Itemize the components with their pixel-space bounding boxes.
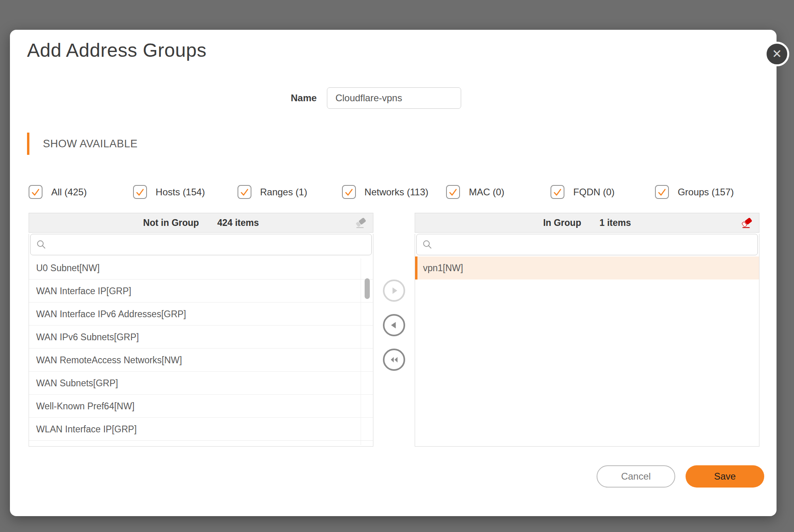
panel-title: Not in Group [143, 218, 199, 228]
filter-checkbox-item[interactable]: Hosts (154) [133, 185, 238, 199]
panel-count: 424 items [217, 218, 259, 228]
not-in-group-panel: Not in Group 424 items [29, 213, 373, 447]
filter-label: FQDN (0) [573, 186, 626, 198]
list-item[interactable]: Well-Known Pref64[NW] [29, 395, 373, 418]
cancel-button[interactable]: Cancel [597, 465, 675, 488]
close-icon[interactable]: ✕ [765, 42, 789, 66]
search-icon [422, 239, 433, 250]
filter-checkbox-item[interactable]: Ranges (1) [238, 185, 342, 199]
filter-label: Hosts (154) [156, 186, 216, 198]
filter-label: All (425) [51, 186, 98, 198]
checkbox-checked-icon[interactable] [551, 185, 564, 199]
not-in-group-header: Not in Group 424 items [29, 213, 373, 233]
not-in-group-body: U0 Subnet[NW]WAN Interface IP[GRP]WAN In… [29, 234, 373, 447]
checkbox-checked-icon[interactable] [446, 185, 460, 199]
in-group-list: vpn1[NW] [415, 256, 759, 445]
list-item-selected[interactable]: vpn1[NW] [415, 256, 759, 279]
filter-label: Ranges (1) [260, 186, 319, 198]
filter-checkbox-item[interactable]: All (425) [29, 185, 133, 199]
filter-checkbox-item[interactable]: FQDN (0) [551, 185, 655, 199]
checkbox-checked-icon[interactable] [655, 185, 669, 199]
clear-left-selection-eraser-icon[interactable] [354, 216, 368, 229]
list-item[interactable]: WAN Interface IPv6 Addresses[GRP] [29, 303, 373, 326]
list-item[interactable]: WAN IPv6 Subnets[GRP] [29, 326, 373, 349]
filter-checkbox-item[interactable]: MAC (0) [446, 185, 551, 199]
in-group-body: vpn1[NW] [415, 234, 759, 447]
move-right-icon [383, 279, 405, 302]
left-search-box [30, 234, 372, 255]
right-search-input[interactable] [438, 234, 752, 255]
name-row: Name [291, 87, 759, 109]
left-search-input[interactable] [52, 234, 366, 255]
group-name-input[interactable] [327, 87, 461, 109]
list-item[interactable]: WAN Interface IP[GRP] [29, 279, 373, 303]
filter-label: Networks (113) [365, 186, 440, 198]
panel-count: 1 items [599, 218, 631, 228]
in-group-header: In Group 1 items [415, 213, 759, 233]
right-search-box [416, 234, 758, 255]
section-title: SHOW AVAILABLE [43, 138, 138, 150]
name-label: Name [291, 93, 317, 104]
filter-label: Groups (157) [678, 186, 745, 198]
filter-label: MAC (0) [469, 186, 515, 198]
checkbox-checked-icon[interactable] [342, 185, 356, 199]
panel-title: In Group [543, 218, 581, 228]
filter-row: All (425) Hosts (154) Ranges (1) [29, 185, 759, 199]
show-available-section: SHOW AVAILABLE [27, 133, 759, 155]
move-all-left-icon[interactable] [383, 349, 405, 371]
checkbox-checked-icon[interactable] [29, 185, 43, 199]
left-list-scrollbar[interactable] [365, 278, 370, 299]
transfer-buttons [373, 213, 415, 447]
list-item[interactable]: WAN Subnets[GRP] [29, 372, 373, 395]
dual-list-transfer: Not in Group 424 items [29, 213, 759, 447]
clear-right-selection-eraser-icon[interactable] [740, 216, 754, 229]
list-item[interactable]: U0 Subnet[NW] [29, 256, 373, 279]
search-icon [36, 239, 47, 250]
save-button[interactable]: Save [686, 465, 764, 488]
not-in-group-list: U0 Subnet[NW]WAN Interface IP[GRP]WAN In… [29, 256, 373, 445]
in-group-panel: In Group 1 items [415, 213, 759, 447]
filter-checkbox-item[interactable]: Networks (113) [342, 185, 446, 199]
checkbox-checked-icon[interactable] [238, 185, 251, 199]
list-item[interactable]: WAN RemoteAccess Networks[NW] [29, 349, 373, 372]
page-title: Add Address Groups [27, 30, 759, 61]
dialog-footer: Cancel Save [27, 465, 764, 488]
move-left-icon[interactable] [383, 314, 405, 336]
list-item[interactable]: WLAN Interface IP[GRP] [29, 418, 373, 441]
accent-bar [27, 133, 29, 155]
checkbox-checked-icon[interactable] [133, 185, 147, 199]
filter-checkbox-item[interactable]: Groups (157) [655, 185, 759, 199]
add-address-groups-dialog: ✕ Add Address Groups Name SHOW AVAILABLE… [10, 30, 777, 516]
